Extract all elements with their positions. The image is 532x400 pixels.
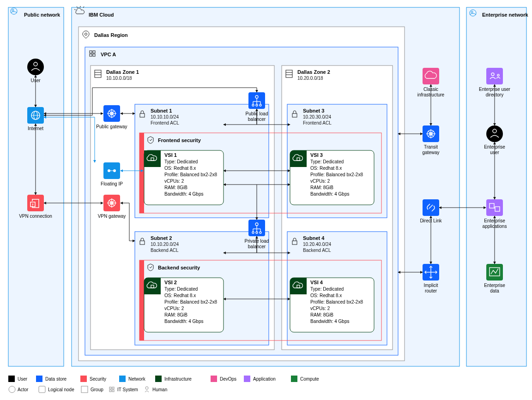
svg-text:infrastructure: infrastructure <box>417 92 445 97</box>
svg-text:RAM: 8GiB: RAM: 8GiB <box>164 312 187 317</box>
svg-text:Public network: Public network <box>24 12 60 18</box>
svg-rect-132 <box>423 199 439 216</box>
svg-text:User: User <box>30 78 41 83</box>
svg-text:User: User <box>18 376 28 382</box>
svg-text:Enterprise: Enterprise <box>484 283 505 288</box>
svg-text:Internet: Internet <box>28 126 43 131</box>
svg-text:Logical node: Logical node <box>48 387 74 392</box>
svg-text:10.20.40.0/24: 10.20.40.0/24 <box>303 242 332 247</box>
node-floating-ip: Floating IP <box>101 162 123 186</box>
svg-text:Subnet 4: Subnet 4 <box>303 235 325 241</box>
node-internet: Internet <box>27 107 44 131</box>
svg-rect-232 <box>109 390 111 392</box>
svg-text:Enterprise user: Enterprise user <box>479 87 510 92</box>
legend-colors: UserData storeSecurityNetworkInfrastruct… <box>8 376 319 382</box>
svg-point-224 <box>9 386 15 393</box>
svg-text:OS: Redhat 8.x: OS: Redhat 8.x <box>164 166 196 171</box>
svg-text:Public load: Public load <box>246 111 268 116</box>
svg-text:Frontend security: Frontend security <box>158 137 201 143</box>
svg-text:Dallas Region: Dallas Region <box>94 32 128 38</box>
svg-rect-230 <box>109 387 111 389</box>
svg-text:Network: Network <box>128 376 146 382</box>
svg-text:Profile: Balanced bx2-2x8: Profile: Balanced bx2-2x8 <box>310 172 363 177</box>
svg-rect-216 <box>155 376 162 382</box>
node-direct-link: Direct Link <box>420 199 442 223</box>
svg-rect-56 <box>139 133 144 213</box>
svg-text:vCPUs: 2: vCPUs: 2 <box>164 306 184 311</box>
svg-text:Type: Dedicated: Type: Dedicated <box>310 159 344 164</box>
svg-rect-208 <box>8 376 15 382</box>
svg-text:Bandwidth: 4 Gbps: Bandwidth: 4 Gbps <box>164 191 204 197</box>
svg-rect-10 <box>466 7 526 366</box>
svg-text:Classic: Classic <box>423 87 438 92</box>
svg-text:Transit: Transit <box>424 144 438 149</box>
legend-shapes: Actor Logical node Group IT System Human <box>9 386 167 393</box>
svg-text:Compute: Compute <box>300 376 319 382</box>
svg-text:OS: Redhat 8.x: OS: Redhat 8.x <box>310 293 342 298</box>
svg-text:Data store: Data store <box>45 376 67 382</box>
svg-rect-149 <box>486 199 503 216</box>
svg-text:balancer: balancer <box>248 244 266 249</box>
svg-rect-220 <box>244 376 250 382</box>
svg-text:Backend ACL: Backend ACL <box>303 248 331 253</box>
svg-text:VSI 4: VSI 4 <box>310 280 323 285</box>
svg-rect-59 <box>139 260 144 340</box>
svg-text:Type: Dedicated: Type: Dedicated <box>164 287 198 292</box>
node-transit-gateway: Transit gateway <box>422 125 439 155</box>
svg-text:IT System: IT System <box>117 387 138 392</box>
vsi1: VSI 1 Type: Dedicated OS: Redhat 8.x Pro… <box>144 150 224 205</box>
svg-text:user: user <box>490 150 499 155</box>
svg-text:Group: Group <box>91 387 103 392</box>
svg-point-63 <box>27 59 44 75</box>
svg-point-235 <box>145 387 148 389</box>
svg-rect-199 <box>290 291 307 294</box>
svg-rect-228 <box>81 386 88 393</box>
svg-text:Subnet 2: Subnet 2 <box>151 235 172 241</box>
svg-text:Enterprise network: Enterprise network <box>482 12 529 18</box>
svg-text:10.20.30.0/24: 10.20.30.0/24 <box>303 114 332 119</box>
svg-text:Private load: Private load <box>245 239 269 244</box>
svg-rect-214 <box>119 376 126 382</box>
svg-text:Subnet 3: Subnet 3 <box>303 108 324 113</box>
svg-text:Security: Security <box>90 376 106 382</box>
svg-text:data: data <box>490 288 499 293</box>
svg-text:Human: Human <box>152 387 167 392</box>
svg-text:Type: Dedicated: Type: Dedicated <box>164 159 198 164</box>
svg-text:Profile: Balanced bx2-2x8: Profile: Balanced bx2-2x8 <box>164 172 217 177</box>
svg-text:Dallas Zone 1: Dallas Zone 1 <box>106 69 139 75</box>
svg-text:OS: Redhat 8.x: OS: Redhat 8.x <box>164 293 196 298</box>
svg-text:Actor: Actor <box>18 387 29 392</box>
svg-text:vCPUs: 2: vCPUs: 2 <box>164 179 184 184</box>
svg-rect-222 <box>291 376 297 382</box>
svg-text:Infrastructure: Infrastructure <box>164 376 192 382</box>
svg-text:VPN connection: VPN connection <box>19 214 52 219</box>
group-enterprise-network: Enterprise network <box>466 7 529 366</box>
svg-text:vCPUs: 2: vCPUs: 2 <box>310 179 330 184</box>
vsi3: VSI 3 Type: Dedicated OS: Redhat 8.x Pro… <box>290 150 374 205</box>
svg-rect-233 <box>112 390 114 392</box>
svg-text:vCPUs: 2: vCPUs: 2 <box>310 306 330 311</box>
svg-text:Frontend ACL: Frontend ACL <box>151 120 179 125</box>
svg-text:RAM: 8GiB: RAM: 8GiB <box>310 185 333 190</box>
svg-text:router: router <box>425 288 437 293</box>
svg-text:Floating IP: Floating IP <box>101 181 123 186</box>
svg-text:OS: Redhat 8.x: OS: Redhat 8.x <box>310 166 342 171</box>
svg-text:Bandwidth: 4 Gbps: Bandwidth: 4 Gbps <box>164 319 204 324</box>
svg-text:VSI 2: VSI 2 <box>164 280 177 285</box>
svg-text:Backend ACL: Backend ACL <box>151 248 179 253</box>
svg-text:Direct Link: Direct Link <box>420 218 442 223</box>
svg-text:Enterprise: Enterprise <box>484 218 505 223</box>
svg-rect-212 <box>80 376 87 382</box>
svg-text:DevOps: DevOps <box>220 376 236 382</box>
svg-text:Bandwidth: 4 Gbps: Bandwidth: 4 Gbps <box>310 191 350 197</box>
svg-text:Bandwidth: 4 Gbps: Bandwidth: 4 Gbps <box>310 319 350 324</box>
svg-text:10.20.0.0/18: 10.20.0.0/18 <box>297 76 323 81</box>
svg-text:Application: Application <box>253 376 276 382</box>
svg-text:Public gateway: Public gateway <box>96 124 127 129</box>
svg-text:Subnet 1: Subnet 1 <box>151 108 172 113</box>
svg-text:VPC A: VPC A <box>101 52 116 57</box>
svg-text:balancer: balancer <box>248 117 266 122</box>
svg-text:VPN gateway: VPN gateway <box>98 214 126 219</box>
svg-text:Frontend ACL: Frontend ACL <box>303 120 332 125</box>
svg-rect-226 <box>39 386 45 393</box>
